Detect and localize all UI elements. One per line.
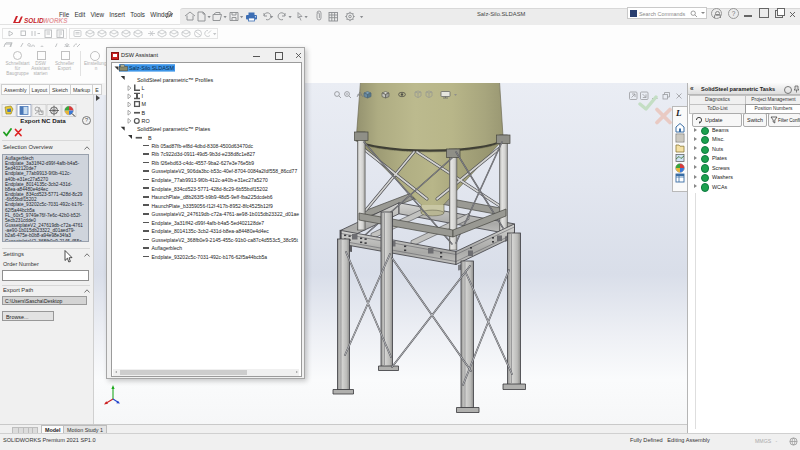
svg-text:SolidSteel parametric™ Profile: SolidSteel parametric™ Profiles	[137, 77, 213, 83]
svg-text:I: I	[142, 93, 144, 99]
svg-text:L: L	[675, 108, 682, 118]
svg-text:L: L	[142, 85, 145, 91]
svg-text:M: M	[142, 101, 147, 107]
svg-text:SOLID: SOLID	[24, 17, 44, 24]
svg-text:RO: RO	[142, 118, 150, 124]
svg-text:SolidSteel parametric™ Plates: SolidSteel parametric™ Plates	[137, 126, 210, 132]
svg-text:B: B	[148, 135, 152, 141]
svg-text:Salz-Silo.SLDASM: Salz-Silo.SLDASM	[129, 65, 174, 71]
svg-text:B: B	[142, 110, 146, 116]
